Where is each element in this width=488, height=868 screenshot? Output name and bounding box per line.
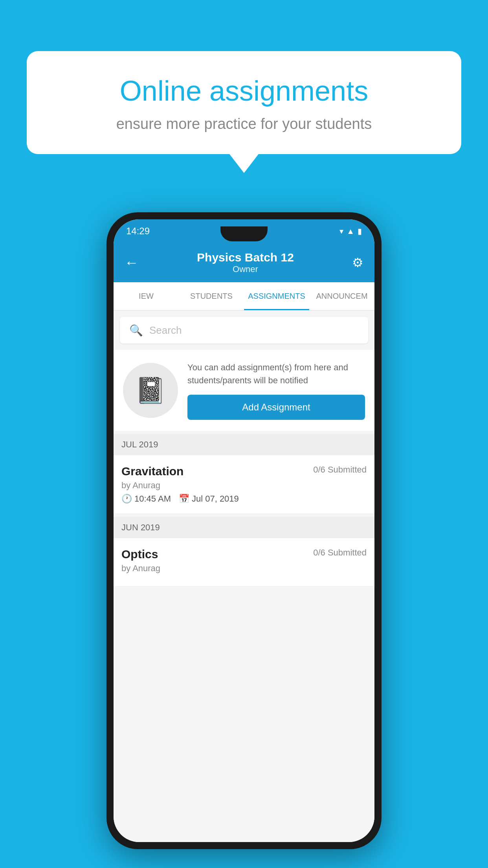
assignment-date-gravitation: 📅 Jul 07, 2019 [179, 494, 239, 504]
section-header-jun: JUN 2019 [114, 517, 374, 538]
assignment-title-gravitation: Gravitation [121, 465, 183, 478]
search-icon: 🔍 [129, 324, 143, 337]
assignment-time-gravitation: 🕐 10:45 AM [121, 494, 171, 504]
calendar-icon: 📅 [179, 494, 189, 504]
speech-bubble-container: Online assignments ensure more practice … [27, 51, 461, 154]
clock-icon: 🕐 [121, 494, 132, 504]
add-assignment-right: You can add assignment(s) from here and … [187, 361, 365, 420]
tab-iew[interactable]: IEW [114, 282, 179, 310]
signal-icon: ▲ [347, 227, 354, 236]
assignment-title-optics: Optics [121, 548, 158, 561]
section-header-jul: JUL 2019 [114, 434, 374, 455]
add-assignment-card: 📓 You can add assignment(s) from here an… [114, 350, 374, 431]
app-bar-title: Physics Batch 12 [197, 251, 294, 264]
assignment-by-gravitation: by Anurag [121, 480, 367, 491]
assignment-item-header: Gravitation 0/6 Submitted [121, 465, 367, 478]
tabs-bar: IEW STUDENTS ASSIGNMENTS ANNOUNCEM [114, 282, 374, 311]
content-area: 🔍 Search 📓 You can add assignment(s) fro… [114, 311, 374, 842]
app-bar: ← Physics Batch 12 Owner ⚙ [114, 243, 374, 282]
add-assignment-button[interactable]: Add Assignment [187, 395, 365, 420]
speech-bubble: Online assignments ensure more practice … [27, 51, 461, 154]
tab-assignments[interactable]: ASSIGNMENTS [244, 282, 309, 310]
phone-notch [220, 226, 268, 241]
add-assignment-description: You can add assignment(s) from here and … [187, 361, 365, 387]
status-icons: ▾ ▲ ▮ [339, 226, 362, 236]
speech-bubble-title: Online assignments [54, 75, 434, 107]
assignment-item-header-optics: Optics 0/6 Submitted [121, 548, 367, 561]
tab-announcements[interactable]: ANNOUNCEM [309, 282, 374, 310]
assignment-submitted-gravitation: 0/6 Submitted [313, 465, 367, 475]
phone-body: 14:29 ▾ ▲ ▮ ← Physics Batch 12 Owner ⚙ [106, 212, 382, 849]
assignment-by-optics: by Anurag [121, 563, 367, 574]
search-bar[interactable]: 🔍 Search [120, 317, 368, 344]
back-button[interactable]: ← [125, 254, 139, 271]
assignment-submitted-optics: 0/6 Submitted [313, 548, 367, 558]
search-placeholder: Search [149, 324, 182, 337]
app-bar-subtitle: Owner [197, 264, 294, 274]
assignment-item-gravitation[interactable]: Gravitation 0/6 Submitted by Anurag 🕐 10… [114, 455, 374, 514]
assignment-notebook-icon: 📓 [135, 376, 166, 405]
assignment-meta-gravitation: 🕐 10:45 AM 📅 Jul 07, 2019 [121, 494, 367, 504]
settings-button[interactable]: ⚙ [352, 255, 363, 270]
app-bar-title-section: Physics Batch 12 Owner [197, 251, 294, 274]
phone-wrapper: 14:29 ▾ ▲ ▮ ← Physics Batch 12 Owner ⚙ [106, 212, 382, 849]
assignment-item-optics[interactable]: Optics 0/6 Submitted by Anurag [114, 538, 374, 587]
speech-bubble-subtitle: ensure more practice for your students [54, 116, 434, 132]
battery-icon: ▮ [358, 226, 362, 236]
wifi-icon: ▾ [339, 226, 343, 236]
assignment-icon-circle: 📓 [123, 363, 178, 418]
status-time: 14:29 [126, 226, 150, 237]
phone-screen: 14:29 ▾ ▲ ▮ ← Physics Batch 12 Owner ⚙ [114, 219, 374, 842]
tab-students[interactable]: STUDENTS [179, 282, 244, 310]
